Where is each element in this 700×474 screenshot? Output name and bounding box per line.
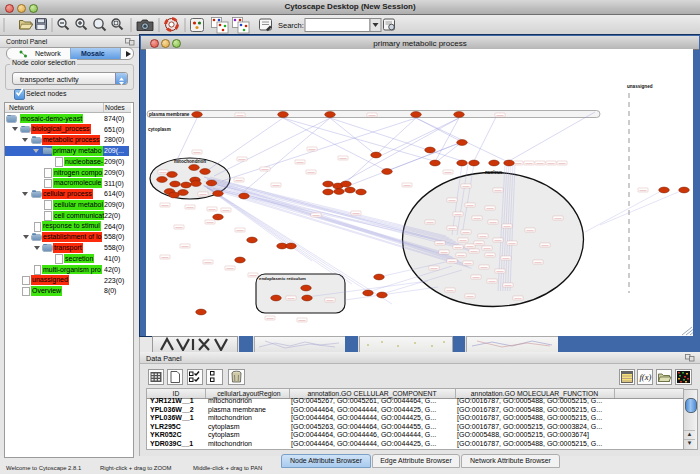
svg-text:unassigned: unassigned xyxy=(627,84,653,89)
svg-text:mitochondrion: mitochondrion xyxy=(174,159,206,164)
svg-text:nucleus: nucleus xyxy=(485,170,503,175)
svg-text:plasma membrane: plasma membrane xyxy=(149,112,190,117)
svg-text:f(x): f(x) xyxy=(640,372,652,382)
svg-text:endoplasmic reticulum: endoplasmic reticulum xyxy=(259,276,306,281)
svg-text:cytoplasm: cytoplasm xyxy=(148,127,171,132)
svg-text:Search:: Search: xyxy=(278,21,304,30)
